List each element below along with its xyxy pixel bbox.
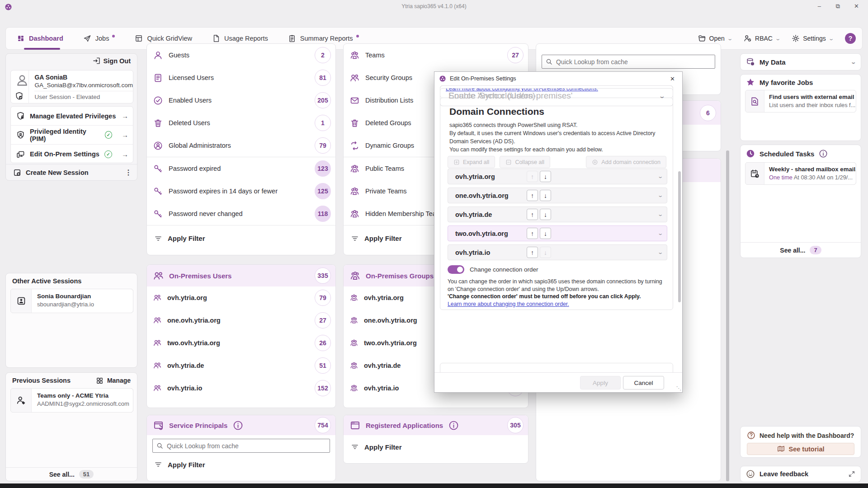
- stat-row[interactable]: Global Administrators 79: [147, 134, 335, 157]
- domain-connection-row[interactable]: ovh.ytria.de ↑ ↓ ⌄: [448, 206, 667, 222]
- apply-filter-button[interactable]: Apply Filter: [147, 225, 335, 251]
- my-data-card[interactable]: My Data ⌄: [740, 53, 861, 70]
- domain-connection-row[interactable]: one.ovh.ytria.org ↑ ↓ ⌄: [448, 188, 667, 203]
- resize-grip[interactable]: ⋱: [676, 385, 681, 391]
- taskbar: [0, 483, 868, 488]
- see-tutorial-button[interactable]: See tutorial: [747, 443, 854, 455]
- domain-stat-row[interactable]: one.ovh.ytria.org 27: [147, 309, 335, 332]
- order-learn-more-link[interactable]: Learn more about changing the connection…: [448, 301, 569, 307]
- service-principals-header[interactable]: Service Principals 754: [147, 415, 335, 435]
- session-action-item[interactable]: Privileged Identity (PIM) ✓ →: [11, 126, 133, 145]
- domain-stat-row[interactable]: ovh.ytria.io 152: [147, 377, 335, 399]
- domain-stat-row[interactable]: two.ovh.ytria.org 26: [147, 332, 335, 354]
- stat-row[interactable]: Deleted Users 1: [147, 112, 335, 134]
- stat-row[interactable]: Password never changed 118: [147, 202, 335, 225]
- chevron-down-icon[interactable]: ⌄: [657, 249, 663, 255]
- favorite-job-item[interactable]: Find users with external email ... List …: [745, 90, 856, 113]
- plus-circle-icon: [592, 159, 598, 165]
- move-up-button[interactable]: ↑: [527, 247, 538, 258]
- cancel-button[interactable]: Cancel: [623, 376, 664, 389]
- more-options-icon[interactable]: ⋮: [125, 168, 132, 177]
- nav-tab[interactable]: Usage Reports: [212, 34, 268, 42]
- stat-row[interactable]: Teams 27: [344, 44, 528, 66]
- nav-tab[interactable]: Summary Reports: [288, 34, 359, 42]
- previous-session-item[interactable]: Teams only - ACME Ytria AADMIN1@sygx2.on…: [10, 388, 133, 413]
- domain-connection-row[interactable]: two.ovh.ytria.org ↑ ↓ ⌄: [448, 225, 667, 241]
- collapse-all-button[interactable]: Collapse all: [500, 156, 550, 168]
- add-domain-connection-button[interactable]: Add domain connection: [586, 156, 666, 168]
- chevron-down-icon[interactable]: ⌄: [657, 192, 663, 198]
- see-all-sessions-button[interactable]: See all... 51: [6, 467, 137, 481]
- change-order-toggle[interactable]: [448, 265, 464, 274]
- filter-icon: [351, 235, 359, 243]
- close-button[interactable]: ✕: [854, 3, 859, 9]
- move-up-button[interactable]: ↑: [527, 171, 538, 182]
- chevron-down-icon[interactable]: ⌄: [657, 211, 663, 217]
- move-down-button[interactable]: ↓: [540, 190, 551, 201]
- session-action-item[interactable]: Manage Elevated Privileges →: [11, 107, 133, 126]
- count-badge: 27: [507, 47, 524, 63]
- group-icon: [153, 294, 161, 302]
- plus-box-icon: [453, 159, 460, 165]
- count-badge: 305: [507, 417, 524, 433]
- help-button[interactable]: ?: [845, 33, 856, 44]
- sign-out-button[interactable]: Sign Out: [93, 57, 131, 65]
- collapsed-section[interactable]: Enable 'Sync cloud/on-premises' ⌄: [440, 85, 673, 106]
- session-item[interactable]: Sonia Bounardjian sbounardjian@ytria.io: [10, 289, 133, 313]
- stat-row[interactable]: Guests 2: [147, 44, 335, 66]
- move-down-button[interactable]: ↓: [540, 228, 551, 239]
- chevron-down-icon[interactable]: ⌄: [657, 174, 663, 179]
- see-all-tasks-button[interactable]: See all... 7: [741, 242, 861, 258]
- help-card: Need help with the Dashboard? See tutori…: [740, 426, 861, 458]
- move-down-button[interactable]: ↓: [540, 171, 551, 182]
- trash-icon: [350, 118, 359, 128]
- quick-lookup-input[interactable]: Quick Lookup from cache: [542, 55, 715, 69]
- go-arrow-icon: →: [122, 131, 128, 139]
- registered-apps-header[interactable]: Registered Applications 305: [344, 415, 528, 435]
- service-principals-icon: [153, 420, 164, 431]
- previous-sessions-title: Previous Sessions: [12, 377, 71, 384]
- move-down-button[interactable]: ↓: [540, 209, 551, 220]
- quick-lookup-input[interactable]: Quick Lookup from cache: [152, 439, 330, 453]
- scheduled-task-item[interactable]: Weekly - shared mailbox email... One tim…: [745, 162, 856, 185]
- domain-connection-row[interactable]: ovh.ytria.org ↑ ↓ ⌄: [448, 169, 667, 184]
- chevron-down-icon[interactable]: ⌄: [657, 230, 663, 236]
- stat-row[interactable]: Enabled Users 205: [147, 89, 335, 112]
- check-circle-icon: [153, 96, 163, 105]
- feedback-card[interactable]: Leave feedback: [740, 466, 861, 482]
- open-menu[interactable]: Open ⌄: [698, 34, 732, 42]
- apply-filter-button[interactable]: Apply Filter: [344, 435, 528, 459]
- dialog-close-button[interactable]: ✕: [667, 75, 678, 82]
- nav-tab[interactable]: Quick GridView: [135, 34, 192, 42]
- move-up-button[interactable]: ↑: [527, 228, 538, 239]
- dialog-scrollbar[interactable]: [678, 171, 681, 302]
- manage-sessions-button[interactable]: Manage: [96, 377, 131, 385]
- count-badge: 27: [315, 312, 331, 328]
- stat-row[interactable]: Licensed Users 81: [147, 66, 335, 89]
- session-action-item[interactable]: Edit On-Prem Settings ✓ →: [11, 145, 133, 163]
- apply-filter-button[interactable]: Apply Filter: [147, 453, 335, 476]
- settings-menu[interactable]: Settings ⌄: [792, 34, 833, 42]
- move-up-button[interactable]: ↑: [527, 209, 538, 220]
- apply-button[interactable]: Apply: [580, 376, 621, 389]
- users-panel: Guests 2 Licensed Users 81 Enabled Users…: [146, 43, 336, 255]
- nav-tab[interactable]: Dashboard: [17, 34, 63, 42]
- domain-stat-row[interactable]: ovh.ytria.org 79: [147, 286, 335, 309]
- nav-tab[interactable]: Jobs: [83, 34, 115, 42]
- maximize-button[interactable]: ⧉: [836, 3, 840, 10]
- minimize-button[interactable]: –: [818, 3, 821, 9]
- stat-row[interactable]: Password expires in 14 days or fewer 125: [147, 180, 335, 202]
- create-new-session-button[interactable]: Create New Session ⋮: [6, 164, 137, 180]
- move-down-button[interactable]: ↓: [540, 247, 551, 258]
- main-scrollbar[interactable]: [726, 150, 729, 481]
- move-up-button[interactable]: ↑: [527, 190, 538, 201]
- domain-stat-row[interactable]: ovh.ytria.de 51: [147, 354, 335, 377]
- avatar: [16, 74, 28, 87]
- stat-row[interactable]: Password expired 123: [147, 157, 335, 180]
- count-badge: 81: [315, 70, 331, 86]
- expand-all-button[interactable]: Expand all: [448, 156, 495, 168]
- keys-icon: [153, 187, 163, 196]
- domain-connection-row[interactable]: ovh.ytria.io ↑ ↓ ⌄: [448, 244, 667, 260]
- rbac-menu[interactable]: RBAC ⌄: [744, 34, 780, 42]
- onprem-users-header[interactable]: On-Premises Users 335: [147, 265, 335, 286]
